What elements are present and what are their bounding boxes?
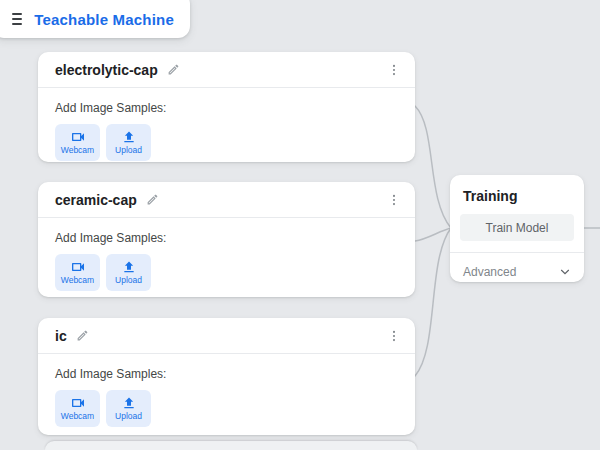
upload-button[interactable]: Upload — [106, 390, 151, 427]
class-card: ceramic-cap Add Image Samples: Webcam Up… — [38, 182, 415, 297]
class-card-header: ceramic-cap — [38, 182, 415, 218]
upload-icon — [121, 129, 137, 145]
kebab-menu-icon[interactable] — [385, 191, 403, 209]
upload-label: Upload — [115, 276, 142, 285]
class-card-header: ic — [38, 318, 415, 354]
webcam-label: Webcam — [61, 412, 94, 421]
class-card: electrolytic-cap Add Image Samples: Webc… — [38, 52, 415, 162]
app-header: Teachable Machine — [0, 0, 190, 38]
webcam-button[interactable]: Webcam — [55, 254, 100, 291]
upload-icon — [121, 259, 137, 275]
add-samples-label: Add Image Samples: — [55, 367, 398, 381]
add-samples-label: Add Image Samples: — [55, 101, 398, 115]
connector-class1-training — [415, 106, 451, 228]
advanced-label: Advanced — [463, 265, 516, 279]
edit-pencil-icon[interactable] — [167, 63, 180, 76]
kebab-menu-icon[interactable] — [385, 327, 403, 345]
class-name[interactable]: ceramic-cap — [55, 192, 137, 208]
webcam-label: Webcam — [61, 146, 94, 155]
kebab-menu-icon[interactable] — [385, 61, 403, 79]
upload-icon — [121, 395, 137, 411]
training-panel: Training Train Model Advanced — [450, 175, 584, 282]
next-class-card-edge — [45, 441, 417, 450]
edit-pencil-icon[interactable] — [146, 193, 159, 206]
webcam-icon — [70, 259, 86, 275]
hamburger-menu-icon[interactable] — [12, 13, 22, 25]
class-name[interactable]: electrolytic-cap — [55, 62, 158, 78]
webcam-label: Webcam — [61, 276, 94, 285]
advanced-toggle[interactable]: Advanced — [450, 253, 584, 291]
upload-button[interactable]: Upload — [106, 254, 151, 291]
add-samples-label: Add Image Samples: — [55, 231, 398, 245]
webcam-button[interactable]: Webcam — [55, 390, 100, 427]
upload-button[interactable]: Upload — [106, 124, 151, 161]
chevron-down-icon — [558, 265, 572, 279]
webcam-button[interactable]: Webcam — [55, 124, 100, 161]
edit-pencil-icon[interactable] — [76, 329, 89, 342]
upload-label: Upload — [115, 146, 142, 155]
train-model-button[interactable]: Train Model — [460, 214, 574, 241]
class-card: ic Add Image Samples: Webcam Upload — [38, 318, 415, 435]
connector-class3-training — [415, 228, 451, 376]
class-card-body: Add Image Samples: Webcam Upload — [38, 88, 415, 161]
class-card-body: Add Image Samples: Webcam Upload — [38, 218, 415, 291]
webcam-icon — [70, 395, 86, 411]
class-card-body: Add Image Samples: Webcam Upload — [38, 354, 415, 427]
class-name[interactable]: ic — [55, 328, 67, 344]
training-title: Training — [450, 175, 584, 204]
class-card-header: electrolytic-cap — [38, 52, 415, 88]
upload-label: Upload — [115, 412, 142, 421]
webcam-icon — [70, 129, 86, 145]
app-title[interactable]: Teachable Machine — [34, 11, 174, 28]
